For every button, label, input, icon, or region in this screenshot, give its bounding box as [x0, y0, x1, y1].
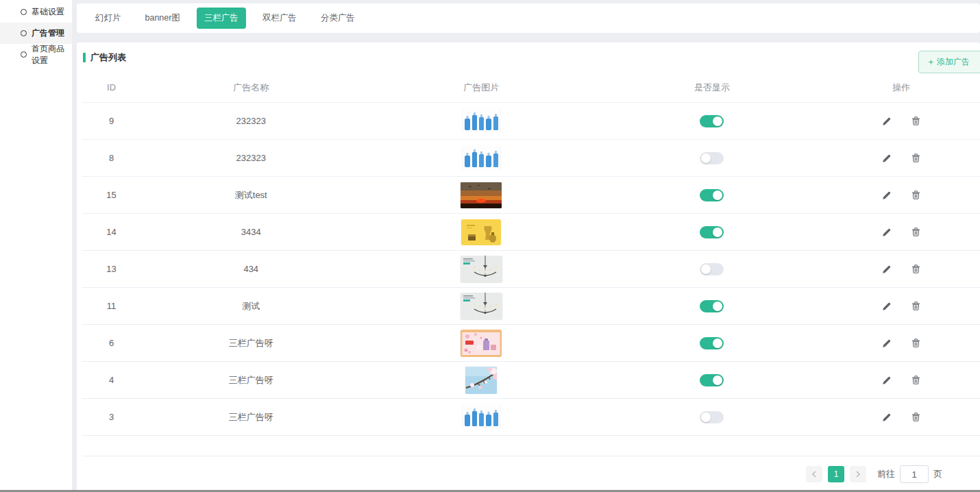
cell-image [361, 256, 601, 283]
pencil-icon [882, 153, 892, 163]
delete-button[interactable] [909, 114, 922, 128]
cell-actions [823, 373, 980, 387]
cell-image [361, 109, 601, 133]
delete-button[interactable] [909, 336, 922, 350]
delete-button[interactable] [909, 373, 922, 387]
sidebar-item-label: 基础设置 [32, 6, 64, 18]
tab-item[interactable]: 幻灯片 [88, 8, 129, 29]
sidebar-item[interactable]: 首页商品设置 [0, 44, 72, 65]
cell-name: 434 [140, 264, 361, 274]
edit-button[interactable] [880, 410, 894, 424]
edit-button[interactable] [880, 299, 894, 313]
visibility-toggle[interactable] [700, 226, 724, 238]
main-area: 幻灯片banner图三栏广告双栏广告分类广告 广告列表 + 添加广告 ID广告名… [72, 0, 980, 492]
pencil-icon [882, 376, 892, 385]
tab-item[interactable]: banner图 [138, 8, 188, 29]
trash-icon [911, 227, 920, 236]
edit-button[interactable] [880, 188, 894, 202]
edit-button[interactable] [880, 225, 894, 239]
cell-image [361, 367, 601, 394]
sidebar-item-label: 广告管理 [32, 27, 64, 39]
cell-visible [601, 189, 823, 201]
cell-image [361, 146, 601, 170]
goto-page-input[interactable] [900, 465, 929, 483]
tab-item[interactable]: 分类广告 [313, 8, 363, 29]
trash-icon [911, 413, 920, 421]
edit-button[interactable] [880, 373, 894, 387]
edit-button[interactable] [880, 262, 894, 276]
table-footer-spacer [82, 437, 980, 456]
goto-prefix-label: 前往 [877, 468, 895, 480]
visibility-toggle[interactable] [700, 374, 724, 386]
chevron-left-icon [811, 471, 817, 478]
edit-button[interactable] [880, 114, 894, 128]
cell-image [361, 293, 601, 320]
goto-suffix-label: 页 [933, 468, 942, 480]
delete-button[interactable] [909, 262, 922, 276]
cell-name: 三栏广告呀 [140, 374, 361, 386]
cell-visible [601, 226, 823, 238]
delete-button[interactable] [909, 188, 922, 202]
pencil-icon [882, 116, 892, 126]
toggle-knob [701, 153, 711, 163]
edit-button[interactable] [880, 336, 894, 350]
add-ad-button-label: 添加广告 [937, 56, 970, 68]
tab-item[interactable]: 双栏广告 [255, 8, 304, 29]
visibility-toggle[interactable] [700, 411, 724, 423]
cell-visible [601, 300, 823, 312]
delete-button[interactable] [909, 299, 922, 313]
edit-button[interactable] [880, 151, 894, 165]
cell-image [361, 405, 601, 429]
trash-icon [911, 153, 920, 162]
prev-page-button[interactable] [806, 466, 822, 482]
cell-actions [823, 410, 980, 424]
cell-name: 测试test [140, 189, 361, 201]
toggle-knob [713, 227, 722, 237]
sidebar-item[interactable]: 广告管理 [0, 23, 72, 44]
visibility-toggle[interactable] [700, 300, 724, 312]
visibility-toggle[interactable] [700, 115, 724, 127]
sidebar: 基础设置广告管理首页商品设置 [0, 0, 72, 492]
cell-id: 11 [82, 301, 140, 311]
ad-thumbnail [463, 405, 500, 429]
tab-active[interactable]: 三栏广告 [197, 8, 246, 29]
tab-bar: 幻灯片banner图三栏广告双栏广告分类广告 [77, 3, 980, 33]
cell-visible [601, 263, 823, 275]
cell-name: 232323 [140, 116, 361, 126]
delete-button[interactable] [909, 225, 922, 239]
pencil-icon [882, 265, 892, 274]
delete-button[interactable] [909, 151, 922, 165]
next-page-button[interactable] [850, 466, 866, 482]
visibility-toggle[interactable] [700, 263, 724, 275]
cell-image [361, 219, 601, 245]
trash-icon [911, 339, 920, 347]
panel-title-text: 广告列表 [90, 51, 126, 64]
column-header: 是否显示 [601, 82, 823, 94]
panel-header: 广告列表 [77, 42, 980, 73]
delete-button[interactable] [909, 410, 922, 424]
cell-actions [823, 225, 980, 239]
visibility-toggle[interactable] [700, 152, 724, 164]
trash-icon [911, 302, 920, 310]
cell-actions [823, 299, 980, 313]
add-ad-button[interactable]: + 添加广告 [918, 51, 980, 73]
table-row: 3三栏广告呀 [82, 399, 980, 436]
page-number[interactable]: 1 [828, 466, 844, 482]
pencil-icon [882, 227, 892, 237]
column-header: ID [82, 82, 140, 93]
visibility-toggle[interactable] [700, 337, 724, 349]
sidebar-item[interactable]: 基础设置 [0, 1, 72, 23]
cell-visible [601, 115, 823, 127]
cell-name: 三栏广告呀 [140, 411, 361, 423]
cell-id: 9 [82, 116, 140, 126]
toggle-knob [713, 302, 722, 311]
pagination: 1 前往 页 [77, 456, 980, 492]
pencil-icon [882, 339, 892, 348]
visibility-toggle[interactable] [700, 189, 724, 201]
cell-actions [823, 336, 980, 350]
trash-icon [911, 376, 920, 384]
cell-visible [601, 152, 823, 164]
toggle-knob [713, 116, 722, 126]
ad-thumbnail [461, 293, 502, 320]
ad-list-panel: 广告列表 + 添加广告 ID广告名称广告图片是否显示操作 92323238232… [77, 42, 980, 492]
